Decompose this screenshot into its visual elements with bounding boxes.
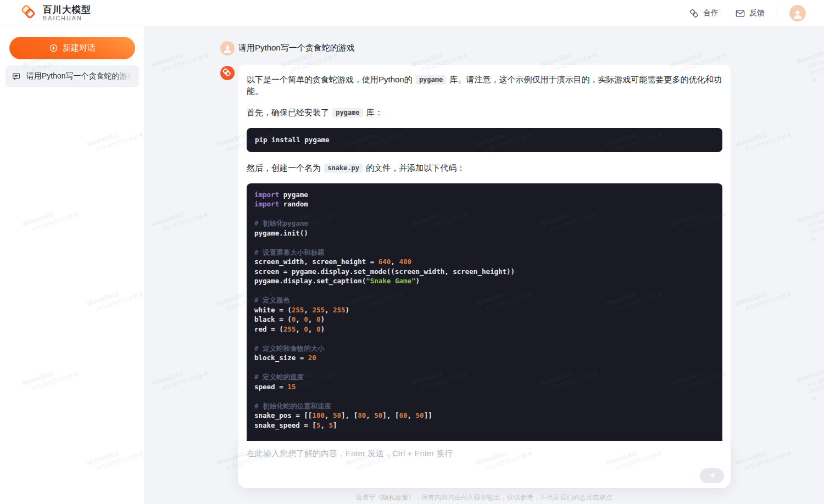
code-line: # 初始化蛇的位置和速度 xyxy=(254,401,715,411)
new-chat-button[interactable]: 新建对话 xyxy=(9,37,135,59)
chat-area: 请用Python写一个贪食蛇的游戏 以下是一个简单的贪食蛇游戏，使用Python… xyxy=(144,26,824,504)
code-line: # 初始化pygame xyxy=(254,219,715,228)
person-icon xyxy=(792,9,803,20)
code-line: import random xyxy=(254,199,715,209)
conversation-title: 请用Python写一个贪食蛇的游戏 xyxy=(26,71,132,81)
assistant-message-card: 以下是一个简单的贪食蛇游戏，使用Python的 pygame 库。请注意，这个示… xyxy=(238,65,731,478)
code-line: snake_pos = [[100, 50], [80, 50], [60, 5… xyxy=(254,411,715,421)
inline-code: snake.py xyxy=(324,164,363,173)
code-line: # 定义颜色 xyxy=(254,295,715,305)
code-line: # 设置屏幕大小和标题 xyxy=(254,248,715,257)
paper-plane-icon xyxy=(708,472,716,480)
disclaimer-suffix: ，所有内容均由AI大模型输出，仅供参考，不代表我们的态度或观点 xyxy=(415,494,612,501)
code-line: white = (255, 255, 255) xyxy=(254,305,715,315)
header-actions: 合作 反馈 xyxy=(689,0,806,26)
header-divider xyxy=(777,8,777,19)
privacy-policy-link[interactable]: 《隐私政策》 xyxy=(375,494,415,501)
sidebar: 新建对话 请用Python写一个贪食蛇的游戏 xyxy=(0,26,144,504)
code-line: black = (0, 0, 0) xyxy=(254,315,715,324)
nav-feedback-label: 反馈 xyxy=(749,8,765,18)
code-line xyxy=(254,238,715,248)
assistant-paragraph: 然后，创建一个名为 snake.py 的文件，并添加以下代码： xyxy=(247,162,722,173)
assistant-paragraph: 以下是一个简单的贪食蛇游戏，使用Python的 pygame 库。请注意，这个示… xyxy=(247,74,722,97)
assistant-avatar xyxy=(220,66,235,80)
composer xyxy=(238,441,731,488)
send-button[interactable] xyxy=(700,468,724,483)
header: 百川大模型 BAICHUAN 合作 反馈 xyxy=(0,0,824,26)
disclaimer: 请遵守《隐私政策》，所有内容均由AI大模型输出，仅供参考，不代表我们的态度或观点 xyxy=(144,493,824,502)
brand-text: 百川大模型 BAICHUAN xyxy=(43,5,91,21)
code-line: screen = pygame.display.set_mode((screen… xyxy=(254,267,715,277)
baichuan-logo-icon xyxy=(222,68,232,78)
person-icon xyxy=(222,44,232,54)
code-block-pip: pip install pygame xyxy=(247,128,722,152)
code-line: # 定义蛇和食物的大小 xyxy=(254,344,715,354)
code-block-snake-py: import pygameimport random # 初始化pygamepy… xyxy=(247,183,722,456)
code-line xyxy=(254,334,715,344)
code-line xyxy=(254,363,715,373)
conversation-list-item[interactable]: 请用Python写一个贪食蛇的游戏 xyxy=(5,65,139,87)
nav-feedback[interactable]: 反馈 xyxy=(735,8,765,19)
inline-code: pygame xyxy=(332,108,363,117)
code-line: # 定义蛇的速度 xyxy=(254,372,715,382)
code-line: import pygame xyxy=(254,190,715,200)
user-message-text: 请用Python写一个贪食蛇的游戏 xyxy=(238,43,355,53)
brand-title: 百川大模型 xyxy=(43,5,91,14)
code-line xyxy=(254,286,715,296)
code-line: pip install pygame xyxy=(255,135,714,145)
message-input[interactable] xyxy=(238,441,731,488)
nav-cooperation[interactable]: 合作 xyxy=(689,8,719,19)
baichuan-logo-icon xyxy=(21,4,38,21)
disclaimer-prefix: 请遵守 xyxy=(355,494,375,501)
inline-code: pygame xyxy=(416,75,446,85)
code-line xyxy=(254,391,715,401)
handshake-icon xyxy=(689,8,699,19)
code-line: pygame.init() xyxy=(254,228,715,238)
code-line: pygame.display.set_caption("Snake Game") xyxy=(254,276,715,286)
brand-subtitle: BAICHUAN xyxy=(43,15,91,21)
plus-circle-icon xyxy=(49,43,58,53)
mail-icon xyxy=(735,8,745,19)
code-line xyxy=(254,209,715,219)
code-line: screen_width, screen_height = 640, 480 xyxy=(254,257,715,267)
brand-logo[interactable]: 百川大模型 BAICHUAN xyxy=(21,4,91,21)
code-line: red = (255, 0, 0) xyxy=(254,324,715,334)
assistant-paragraph: 首先，确保已经安装了 pygame 库： xyxy=(247,107,722,118)
code-line: block_size = 20 xyxy=(254,353,715,363)
app-window: 百川大模型 BAICHUAN 合作 反馈 xyxy=(0,0,824,504)
nav-cooperation-label: 合作 xyxy=(703,8,719,18)
new-chat-label: 新建对话 xyxy=(63,43,96,53)
user-message-avatar xyxy=(220,41,235,55)
code-line: snake_speed = [5, 5] xyxy=(254,421,715,430)
code-line: speed = 15 xyxy=(254,382,715,392)
user-avatar-header[interactable] xyxy=(789,5,806,21)
code-line xyxy=(254,430,715,440)
chat-bubble-icon xyxy=(12,72,21,81)
